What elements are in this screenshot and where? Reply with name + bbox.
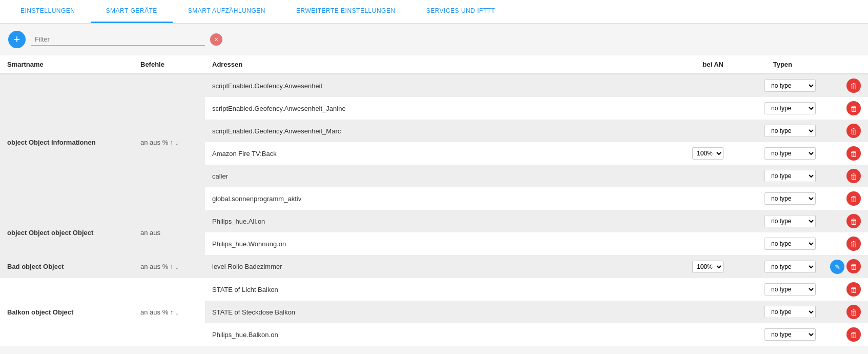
table-row: Bad object Objectan aus % ↑ ↓level Rollo… bbox=[0, 255, 868, 278]
typen-cell[interactable]: no type bbox=[731, 97, 823, 120]
address-cell: STATE of Licht Balkon bbox=[205, 278, 669, 301]
type-select[interactable]: no type bbox=[764, 215, 816, 227]
typen-cell[interactable]: no type bbox=[731, 120, 823, 142]
typen-cell[interactable]: no type bbox=[731, 323, 823, 346]
befehle-cell: an aus bbox=[133, 210, 205, 255]
action-cell: 🗑 bbox=[823, 165, 868, 187]
col-header-typen: Typen bbox=[731, 55, 823, 74]
col-header-actions bbox=[823, 55, 868, 74]
address-cell: scriptEnabled.Geofency.Anwesenheit bbox=[205, 74, 669, 97]
address-cell: global.sonnenprogramm_aktiv bbox=[205, 187, 669, 210]
beian-cell bbox=[669, 120, 731, 142]
type-select[interactable]: no type bbox=[764, 238, 816, 250]
add-button[interactable]: + bbox=[8, 31, 26, 48]
tab-smart-aufzaehlungen[interactable]: SMART AUFZÄHLUNGEN bbox=[173, 0, 281, 23]
type-select[interactable]: no type bbox=[764, 125, 816, 137]
typen-cell[interactable]: no type bbox=[731, 301, 823, 323]
typen-cell[interactable]: no type bbox=[731, 255, 823, 278]
action-cell: 🗑 bbox=[823, 278, 868, 301]
address-cell: Amazon Fire TV:Back bbox=[205, 142, 669, 165]
type-select[interactable]: no type bbox=[764, 328, 816, 341]
beian-cell bbox=[669, 187, 731, 210]
smartname-cell: Bad object Object bbox=[0, 255, 133, 278]
type-select[interactable]: no type bbox=[764, 283, 816, 296]
type-select[interactable]: no type bbox=[764, 170, 816, 182]
delete-button[interactable]: 🗑 bbox=[846, 259, 861, 273]
beian-cell bbox=[669, 165, 731, 187]
delete-button[interactable]: 🗑 bbox=[846, 124, 861, 138]
smartname-cell: object Object object Object bbox=[0, 210, 133, 255]
address-cell: caller bbox=[205, 165, 669, 187]
col-header-befehle: Befehle bbox=[133, 55, 205, 74]
beian-cell[interactable]: 100% bbox=[669, 142, 731, 165]
address-cell: Philips_hue.Balkon.on bbox=[205, 323, 669, 346]
delete-button[interactable]: 🗑 bbox=[846, 78, 861, 93]
action-cell: 🗑 bbox=[823, 323, 868, 346]
typen-cell[interactable]: no type bbox=[731, 165, 823, 187]
typen-cell[interactable]: no type bbox=[731, 278, 823, 301]
type-select[interactable]: no type bbox=[764, 261, 816, 273]
delete-button[interactable]: 🗑 bbox=[846, 327, 861, 342]
tab-erweiterte-einstellungen[interactable]: ERWEITERTE EINSTELLUNGEN bbox=[281, 0, 411, 23]
typen-cell[interactable]: no type bbox=[731, 232, 823, 255]
type-select[interactable]: no type bbox=[764, 147, 816, 160]
percentage-select[interactable]: 100% bbox=[692, 261, 724, 273]
action-cell: 🗑 bbox=[823, 142, 868, 165]
address-cell: scriptEnabled.Geofency.Anwesenheit_Janin… bbox=[205, 97, 669, 120]
clear-filter-button[interactable]: × bbox=[210, 33, 222, 46]
tab-bar: EINSTELLUNGENSMART GERÄTESMART AUFZÄHLUN… bbox=[0, 0, 868, 24]
delete-button[interactable]: 🗑 bbox=[846, 214, 861, 228]
percentage-select[interactable]: 100% bbox=[692, 147, 724, 160]
smartname-cell: object Object Informationen bbox=[0, 74, 133, 210]
type-select[interactable]: no type bbox=[764, 102, 816, 114]
beian-cell bbox=[669, 301, 731, 323]
action-cell: 🗑 bbox=[823, 232, 868, 255]
typen-cell[interactable]: no type bbox=[731, 187, 823, 210]
smartname-cell: Balkon object Object bbox=[0, 278, 133, 346]
action-cell: 🗑 bbox=[823, 97, 868, 120]
beian-cell bbox=[669, 210, 731, 232]
address-cell: STATE of Steckdose Balkon bbox=[205, 301, 669, 323]
col-header-beian: bei AN bbox=[669, 55, 731, 74]
typen-cell[interactable]: no type bbox=[731, 74, 823, 97]
action-cell: ✎🗑 bbox=[823, 255, 868, 278]
typen-cell[interactable]: no type bbox=[731, 142, 823, 165]
beian-cell[interactable]: 100% bbox=[669, 255, 731, 278]
action-cell: 🗑 bbox=[823, 74, 868, 97]
action-cell: 🗑 bbox=[823, 210, 868, 232]
beian-cell bbox=[669, 278, 731, 301]
tab-einstellungen[interactable]: EINSTELLUNGEN bbox=[5, 0, 91, 23]
smart-devices-table: Smartname Befehle Adressen bei AN Typen … bbox=[0, 55, 868, 346]
address-cell: scriptEnabled.Geofency.Anwesenheit_Marc bbox=[205, 120, 669, 142]
table-row: Balkon object Objectan aus % ↑ ↓STATE of… bbox=[0, 278, 868, 301]
col-header-smartname: Smartname bbox=[0, 55, 133, 74]
delete-button[interactable]: 🗑 bbox=[846, 305, 861, 319]
toolbar: + × bbox=[0, 24, 868, 55]
filter-input[interactable] bbox=[31, 33, 205, 46]
beian-cell bbox=[669, 323, 731, 346]
address-cell: level Rollo Badezimmer bbox=[205, 255, 669, 278]
address-cell: Philips_hue.Wohnung.on bbox=[205, 232, 669, 255]
type-select[interactable]: no type bbox=[764, 306, 816, 318]
type-select[interactable]: no type bbox=[764, 80, 816, 92]
action-cell: 🗑 bbox=[823, 120, 868, 142]
action-cell: 🗑 bbox=[823, 187, 868, 210]
delete-button[interactable]: 🗑 bbox=[846, 237, 861, 251]
delete-button[interactable]: 🗑 bbox=[846, 146, 861, 161]
befehle-cell: an aus % ↑ ↓ bbox=[133, 74, 205, 210]
typen-cell[interactable]: no type bbox=[731, 210, 823, 232]
table-row: object Object object Objectan ausPhilips… bbox=[0, 210, 868, 232]
delete-button[interactable]: 🗑 bbox=[846, 169, 861, 183]
beian-cell bbox=[669, 74, 731, 97]
befehle-cell: an aus % ↑ ↓ bbox=[133, 278, 205, 346]
delete-button[interactable]: 🗑 bbox=[846, 191, 861, 206]
tab-smart-geraete[interactable]: SMART GERÄTE bbox=[91, 0, 173, 23]
delete-button[interactable]: 🗑 bbox=[846, 101, 861, 115]
beian-cell bbox=[669, 232, 731, 255]
table-row: object Object Informationenan aus % ↑ ↓s… bbox=[0, 74, 868, 97]
edit-button[interactable]: ✎ bbox=[830, 260, 844, 274]
befehle-cell: an aus % ↑ ↓ bbox=[133, 255, 205, 278]
type-select[interactable]: no type bbox=[764, 192, 816, 205]
delete-button[interactable]: 🗑 bbox=[846, 282, 861, 297]
tab-services-ifttt[interactable]: SERVICES UND IFTTT bbox=[411, 0, 511, 23]
